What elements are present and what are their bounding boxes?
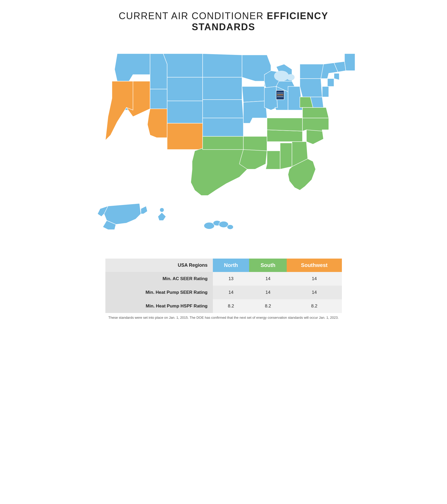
row-label-0: Min. AC SEER Rating bbox=[105, 272, 213, 286]
svg-marker-43 bbox=[302, 107, 329, 118]
north-val-1: 14 bbox=[213, 286, 249, 299]
table-row: Min. Heat Pump SEER Rating 14 14 14 bbox=[105, 286, 342, 299]
svg-marker-37 bbox=[267, 130, 302, 142]
table-section: USA Regions North South Southwest Min. A… bbox=[105, 259, 342, 320]
svg-marker-13 bbox=[243, 101, 267, 123]
svg-marker-7 bbox=[203, 54, 242, 77]
south-val-2: 8.2 bbox=[249, 299, 287, 313]
svg-marker-42 bbox=[302, 118, 329, 131]
north-val-2: 8.2 bbox=[213, 299, 249, 313]
svg-marker-38 bbox=[267, 118, 302, 131]
svg-marker-28 bbox=[147, 109, 167, 138]
southwest-val-1: 14 bbox=[287, 286, 342, 299]
svg-marker-2 bbox=[150, 54, 167, 89]
us-map bbox=[92, 40, 355, 245]
svg-marker-25 bbox=[334, 73, 339, 80]
south-header: South bbox=[249, 259, 287, 272]
svg-marker-56 bbox=[158, 213, 166, 220]
svg-marker-34 bbox=[239, 150, 267, 169]
svg-marker-15 bbox=[264, 86, 278, 110]
svg-point-61 bbox=[274, 71, 289, 81]
region-label-header: USA Regions bbox=[105, 259, 213, 272]
svg-marker-20 bbox=[300, 79, 322, 97]
svg-marker-8 bbox=[203, 77, 242, 100]
page-container: CURRENT AIR CONDITIONER EFFICIENCY STAND… bbox=[86, 11, 362, 325]
svg-marker-29 bbox=[167, 123, 203, 150]
svg-marker-51 bbox=[104, 203, 141, 224]
svg-point-62 bbox=[287, 74, 295, 80]
svg-point-55 bbox=[160, 208, 164, 212]
svg-marker-5 bbox=[167, 101, 203, 123]
north-val-0: 13 bbox=[213, 272, 249, 286]
north-header: North bbox=[213, 259, 249, 272]
row-label-2: Min. Heat Pump HSPF Rating bbox=[105, 299, 213, 313]
efficiency-table: USA Regions North South Southwest Min. A… bbox=[105, 259, 342, 313]
svg-marker-10 bbox=[203, 118, 243, 136]
svg-marker-54 bbox=[141, 206, 147, 214]
svg-marker-46 bbox=[322, 86, 329, 97]
southwest-val-2: 8.2 bbox=[287, 299, 342, 313]
south-val-1: 14 bbox=[249, 286, 287, 299]
south-val-0: 14 bbox=[249, 272, 287, 286]
svg-marker-32 bbox=[203, 136, 243, 150]
southwest-header: Southwest bbox=[287, 259, 342, 272]
southwest-val-0: 14 bbox=[287, 272, 342, 286]
svg-point-57 bbox=[204, 222, 214, 229]
svg-marker-12 bbox=[242, 86, 266, 102]
table-row: Min. AC SEER Rating 13 14 14 bbox=[105, 272, 342, 286]
footnote: These standards were set into place on J… bbox=[105, 316, 342, 320]
table-row: Min. Heat Pump HSPF Rating 8.2 8.2 8.2 bbox=[105, 299, 342, 313]
svg-marker-36 bbox=[280, 143, 292, 169]
svg-marker-33 bbox=[243, 136, 267, 151]
row-label-1: Min. Heat Pump SEER Rating bbox=[105, 286, 213, 299]
svg-point-60 bbox=[227, 225, 233, 229]
svg-marker-41 bbox=[306, 130, 323, 144]
svg-marker-24 bbox=[327, 79, 334, 86]
svg-marker-4 bbox=[167, 77, 203, 101]
svg-marker-0 bbox=[115, 54, 150, 81]
svg-marker-9 bbox=[203, 100, 243, 118]
svg-marker-26 bbox=[345, 54, 355, 71]
svg-marker-35 bbox=[266, 151, 280, 169]
page-title: CURRENT AIR CONDITIONER EFFICIENCY STAND… bbox=[86, 11, 362, 33]
